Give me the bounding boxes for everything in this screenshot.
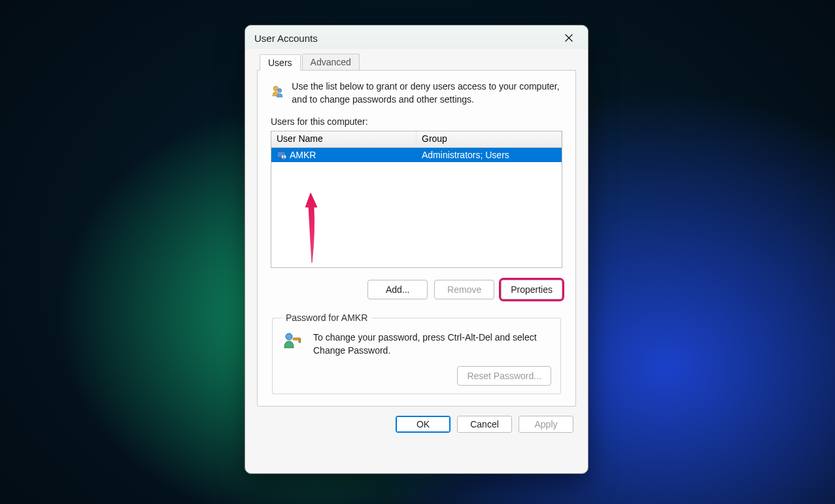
close-button[interactable] [555,28,583,48]
ok-button[interactable]: OK [396,416,451,433]
dialog-content: Users Advanced Use the list below to gra… [245,52,588,442]
users-list-label: Users for this computer: [271,116,562,127]
user-accounts-window: User Accounts Users Advanced [245,25,588,474]
users-icon [271,80,284,102]
remove-button[interactable]: Remove [434,280,494,299]
tab-users[interactable]: Users [260,54,301,71]
dialog-buttons: OK Cancel Apply [260,416,573,433]
column-header-group[interactable]: Group [417,131,562,147]
tabstrip: Users Advanced [257,52,576,71]
desktop-background: User Accounts Users Advanced [0,0,835,504]
users-listview[interactable]: User Name Group AMKR [271,131,562,268]
password-legend: Password for AMKR [282,312,371,323]
close-icon [565,34,573,42]
tab-advanced[interactable]: Advanced [302,54,360,70]
window-title: User Accounts [254,33,318,44]
list-item[interactable]: AMKR Administrators; Users [271,148,562,162]
cancel-button[interactable]: Cancel [457,416,512,433]
svg-rect-7 [299,340,301,343]
key-user-icon [282,331,304,350]
reset-password-button[interactable]: Reset Password... [457,366,551,386]
user-row-icon [277,150,287,160]
intro-text: Use the list below to grant or deny user… [292,80,562,106]
svg-point-1 [278,88,282,92]
svg-point-0 [273,86,278,91]
properties-button[interactable]: Properties [501,280,562,299]
listview-header: User Name Group [271,131,562,148]
tab-users-panel: Use the list below to grant or deny user… [257,71,576,407]
password-text: To change your password, press Ctrl-Alt-… [313,331,551,357]
add-button[interactable]: Add... [367,280,428,299]
row-group: Administrators; Users [422,150,509,160]
list-actions: Add... Remove Properties [271,280,562,299]
column-header-username[interactable]: User Name [271,131,417,147]
intro-row: Use the list below to grant or deny user… [271,80,562,106]
apply-button[interactable]: Apply [519,416,573,433]
svg-point-4 [283,155,285,157]
titlebar: User Accounts [245,25,588,49]
password-groupbox: Password for AMKR To change your passwor… [272,312,561,394]
svg-point-5 [286,333,292,340]
row-username: AMKR [290,150,316,160]
